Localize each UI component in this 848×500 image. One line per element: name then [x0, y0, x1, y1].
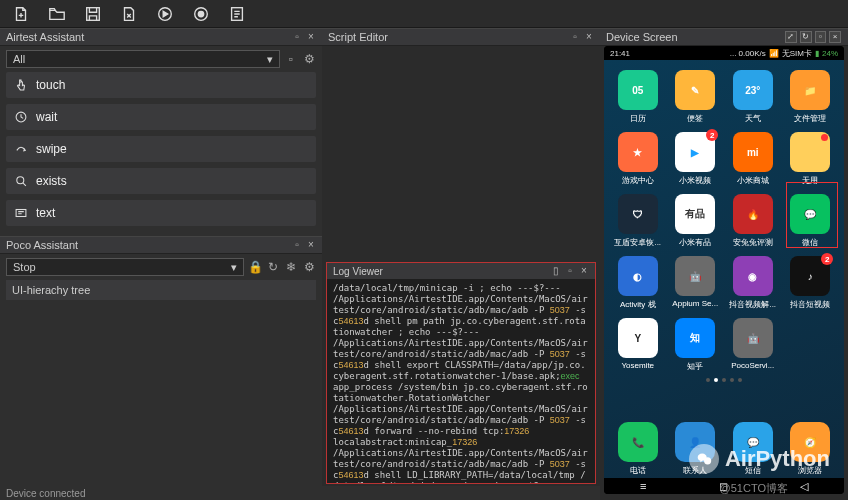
app-微信[interactable]: 💬微信 [785, 194, 837, 248]
app-小米视频[interactable]: ▶2小米视频 [670, 132, 722, 186]
open-folder-icon[interactable] [48, 5, 66, 23]
freeze-icon[interactable]: ❄ [284, 260, 298, 274]
android-status-bar: 21:41 ... 0.00K/s 📶 无SIM卡 ▮ 24% [604, 46, 844, 60]
airtest-panel-header: Airtest Assistant ▫× [0, 28, 322, 46]
poco-tree-root[interactable]: UI-hierachy tree [6, 280, 316, 300]
close-icon[interactable]: × [306, 240, 316, 250]
app-知乎[interactable]: 知知乎 [670, 318, 722, 372]
airtest-cmd-touch[interactable]: touch [6, 72, 316, 98]
filter-icon[interactable]: ▯ [551, 266, 561, 276]
save-as-icon[interactable] [120, 5, 138, 23]
refresh-icon[interactable]: ↻ [266, 260, 280, 274]
airtest-cmd-exists[interactable]: exists [6, 168, 316, 194]
dock-浏览器[interactable]: 🧭浏览器 [785, 422, 837, 476]
script-panel-title: Script Editor [328, 31, 388, 43]
poco-panel-title: Poco Assistant [6, 239, 78, 251]
nav-menu-icon[interactable]: ≡ [640, 480, 646, 492]
main-toolbar [0, 0, 848, 28]
airtest-cmd-text[interactable]: text [6, 200, 316, 226]
device-panel-title: Device Screen [606, 31, 678, 43]
status-battery: 24% [822, 49, 838, 58]
fit-icon[interactable]: ⤢ [785, 31, 797, 43]
script-panel-header: Script Editor ▫× [322, 28, 600, 46]
app-安兔兔评测[interactable]: 🔥安兔兔评测 [727, 194, 779, 248]
svg-point-3 [198, 11, 203, 16]
undock-small-icon[interactable]: ▫ [284, 52, 298, 66]
undock-icon[interactable]: ▫ [815, 31, 827, 43]
app-抖音短视频[interactable]: ♪2抖音短视频 [785, 256, 837, 310]
app-便签[interactable]: ✎便签 [670, 70, 722, 124]
svg-rect-7 [16, 210, 26, 217]
undock-icon[interactable]: ▫ [292, 32, 302, 42]
app-小米商城[interactable]: mi小米商城 [727, 132, 779, 186]
close-icon[interactable]: × [584, 32, 594, 42]
save-icon[interactable] [84, 5, 102, 23]
close-icon[interactable]: × [829, 31, 841, 43]
dock-联系人[interactable]: 👤联系人 [670, 422, 722, 476]
undock-icon[interactable]: ▫ [565, 266, 575, 276]
app-日历[interactable]: 05日历 [612, 70, 664, 124]
report-icon[interactable] [228, 5, 246, 23]
new-file-icon[interactable] [12, 5, 30, 23]
device-screen[interactable]: 21:41 ... 0.00K/s 📶 无SIM卡 ▮ 24% 05日历✎便签2… [604, 46, 844, 494]
app-文件管理[interactable]: 📁文件管理 [785, 70, 837, 124]
dock-短信[interactable]: 💬短信 [727, 422, 779, 476]
rotate-icon[interactable]: ↻ [800, 31, 812, 43]
poco-panel: Stop▾ 🔒 ↻ ❄ ⚙ UI-hierachy tree [0, 254, 322, 494]
poco-panel-header: Poco Assistant ▫× [0, 236, 322, 254]
status-sim: 无SIM卡 [782, 48, 812, 59]
device-panel-controls: ⤢ ↻ ▫ × [785, 28, 845, 46]
app-小米有品[interactable]: 有品小米有品 [670, 194, 722, 248]
nav-back-icon[interactable]: ◁ [800, 480, 808, 493]
log-output[interactable]: /data/local/tmp/minicap -i ; echo ---$?-… [327, 279, 595, 483]
svg-rect-0 [87, 7, 100, 20]
svg-point-6 [17, 177, 24, 184]
undock-icon[interactable]: ▫ [292, 240, 302, 250]
app-无用[interactable]: 无用 [785, 132, 837, 186]
app-互盾安卓恢...[interactable]: 🛡互盾安卓恢... [612, 194, 664, 248]
airtest-cmd-wait[interactable]: wait [6, 104, 316, 130]
lock-icon[interactable]: 🔒 [248, 260, 262, 274]
log-viewer-title: Log Viewer [333, 266, 383, 277]
app-天气[interactable]: 23°天气 [727, 70, 779, 124]
settings-small-icon[interactable]: ⚙ [302, 52, 316, 66]
airtest-panel-title: Airtest Assistant [6, 31, 84, 43]
airtest-cmd-swipe[interactable]: swipe [6, 136, 316, 162]
app-Appium Se...[interactable]: 🤖Appium Se... [670, 256, 722, 310]
battery-icon: ▮ [815, 49, 819, 58]
close-icon[interactable]: × [306, 32, 316, 42]
script-editor[interactable] [322, 46, 600, 261]
android-navbar: ≡ ◻ ◁ [604, 478, 844, 494]
wifi-icon: 📶 [769, 49, 779, 58]
status-time: 21:41 [610, 49, 630, 58]
run-icon[interactable] [156, 5, 174, 23]
app-Yosemite[interactable]: YYosemite [612, 318, 664, 372]
page-indicator [612, 378, 836, 382]
app-PocoServi...[interactable]: 🤖PocoServi... [727, 318, 779, 372]
airtest-filter-select[interactable]: All▾ [6, 50, 280, 68]
stop-icon[interactable] [192, 5, 210, 23]
app-游戏中心[interactable]: ★游戏中心 [612, 132, 664, 186]
app-Activity 栈[interactable]: ◐Activity 栈 [612, 256, 664, 310]
ide-status-bar: Device connected [0, 486, 600, 500]
log-viewer: Log Viewer ▯▫× /data/local/tmp/minicap -… [326, 262, 596, 484]
settings-small-icon[interactable]: ⚙ [302, 260, 316, 274]
android-dock: 📞电话👤联系人💬短信🧭浏览器 [604, 414, 844, 478]
undock-icon[interactable]: ▫ [570, 32, 580, 42]
nav-home-icon[interactable]: ◻ [719, 480, 728, 493]
dock-电话[interactable]: 📞电话 [612, 422, 664, 476]
close-icon[interactable]: × [579, 266, 589, 276]
airtest-panel: All▾ ▫ ⚙ touchwaitswipeexiststext [0, 46, 322, 236]
status-net: ... 0.00K/s [730, 49, 766, 58]
poco-mode-select[interactable]: Stop▾ [6, 258, 244, 276]
app-抖音视频解...[interactable]: ◉抖音视频解... [727, 256, 779, 310]
